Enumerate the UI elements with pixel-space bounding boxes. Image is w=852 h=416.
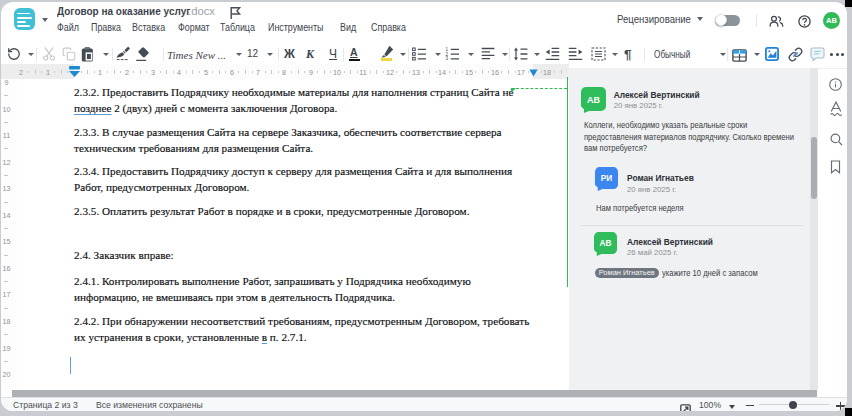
svg-text:АВ: АВ: [600, 239, 612, 248]
svg-text:3: 3: [446, 56, 449, 61]
svg-text:РИ: РИ: [601, 174, 613, 183]
svg-text:АВ: АВ: [587, 95, 600, 105]
